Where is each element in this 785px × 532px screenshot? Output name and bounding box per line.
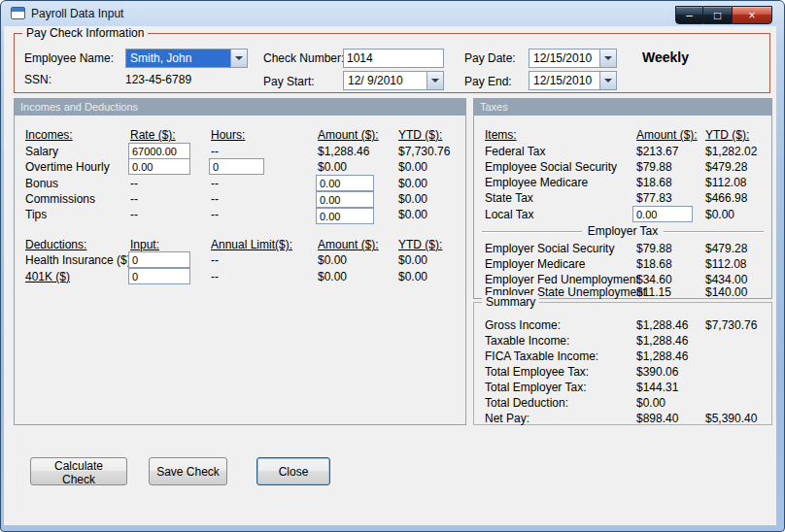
employee-name-combobox[interactable]: Smith, John [125,49,248,68]
tax-row-label: Employee Social Security [485,160,617,174]
check-number-input[interactable] [343,49,444,68]
summary-row-amount: $1,288.46 [636,349,688,363]
close-button[interactable]: Close [256,457,330,485]
employer-tax-row-label: Employer Fed Unemployment [485,273,639,286]
k401-ytd: $0.00 [398,270,427,283]
tax-row-ytd: $466.98 [705,191,747,205]
commissions-ytd: $0.00 [398,192,427,206]
incomes-col-hours: Hours: [211,128,245,142]
tax-row-amount: $77.83 [636,191,672,205]
overtime-amount: $0.00 [318,160,347,174]
health-insurance-ytd: $0.00 [398,253,427,267]
salary-ytd: $7,730.76 [398,145,450,158]
bonus-amount-input[interactable] [316,175,374,191]
local-tax-input[interactable] [632,206,693,222]
employer-tax-row-ytd: $140.00 [705,285,747,299]
app-icon[interactable] [11,7,25,19]
tips-label: Tips [25,208,47,221]
tips-ytd: $0.00 [398,208,427,221]
summary-row-label: Total Deduction: [485,396,568,410]
window-title: Payroll Data Input [31,7,123,20]
employer-tax-row-label: Employer Medicare [485,257,585,271]
summary-row-label: FICA Taxable Income: [485,349,598,363]
k401-link[interactable]: 401K ($) [25,270,70,283]
summary-row-amount: $898.40 [636,412,678,425]
tax-row-ytd: $1,282.02 [705,145,757,158]
tax-row-label: Employee Medicare [485,176,588,189]
titlebar[interactable]: Payroll Data Input – □ × [1,1,784,26]
pay-end-label: Pay End: [464,75,512,88]
maximize-button[interactable]: □ [703,6,732,24]
employee-name-value: Smith, John [126,50,230,67]
employer-tax-row-amount: $79.88 [636,242,672,255]
summary-row-label: Total Employee Tax: [485,365,589,379]
check-number-label: Check Number: [263,51,344,65]
k401-input[interactable] [128,268,190,284]
tax-row-amount: $213.67 [636,145,678,158]
overtime-hours-input[interactable] [209,158,264,175]
commissions-label: Commissions [25,192,95,206]
incomes-col-ytd: YTD ($): [398,128,442,142]
employee-name-dropdown-button[interactable] [230,50,247,67]
health-insurance-limit: -- [211,253,219,267]
pay-start-dropdown-button[interactable] [427,72,443,89]
salary-hours: -- [211,145,219,158]
commissions-hours: -- [211,192,219,206]
chevron-down-icon [604,56,612,60]
health-insurance-input[interactable] [128,251,190,268]
bonus-label: Bonus [25,177,58,190]
pay-start-value: 12/ 9/2010 [344,72,427,89]
summary-row-amount: $390.06 [636,365,678,379]
tax-row-amount: $79.88 [636,160,672,174]
taxes-col-amount: Amount ($): [636,128,698,142]
minimize-button[interactable]: – [675,6,703,24]
close-window-button[interactable]: × [732,6,772,24]
bonus-ytd: $0.00 [398,177,427,190]
pay-date-dropdown-button[interactable] [599,50,616,67]
salary-rate-input[interactable] [128,143,190,159]
commissions-amount-input[interactable] [316,191,374,208]
summary-row-ytd: $5,390.40 [705,412,757,425]
chevron-down-icon [431,79,439,83]
client-area: Pay Check Information Employee Name: Smi… [4,26,776,525]
summary-row-label: Net Pay: [485,412,529,425]
overtime-rate-input[interactable] [128,158,190,175]
tips-rate: -- [130,208,138,221]
deductions-col-limit: Annual Limit($): [211,238,292,251]
incomes-col-amount: Amount ($): [318,128,379,142]
pay-start-picker[interactable]: 12/ 9/2010 [343,71,444,90]
pay-frequency-label: Weekly [642,50,689,65]
tax-row-label: Local Tax [485,208,533,221]
incomes-col-name: Incomes: [25,128,73,142]
taxes-col-items: Items: [485,128,517,142]
summary-row-amount: $0.00 [636,396,666,410]
divider-line [664,231,764,232]
commissions-rate: -- [130,192,138,206]
deductions-col-input: Input: [130,238,159,251]
pay-end-dropdown-button[interactable] [599,72,616,89]
incomes-col-rate: Rate ($): [130,128,176,142]
calculate-check-button[interactable]: Calculate Check [30,457,127,485]
summary-row-label: Taxable Income: [485,334,569,348]
ssn-value: 123-45-6789 [125,73,191,86]
employer-tax-row-ytd: $112.08 [705,257,747,271]
pay-date-picker[interactable]: 12/15/2010 [529,49,617,68]
pay-end-picker[interactable]: 12/15/2010 [529,71,617,90]
taxes-panel: Taxes Items: Amount ($): YTD ($): Federa… [473,98,772,299]
summary-row-ytd: $7,730.76 [705,318,757,332]
employer-tax-row-ytd: $434.00 [705,273,747,286]
save-check-button[interactable]: Save Check [149,457,227,485]
taxes-col-ytd: YTD ($): [705,128,749,142]
pay-start-label: Pay Start: [263,75,315,88]
incomes-deductions-section-header: Incomes and Deductions [15,99,465,116]
tax-row-label: Federal Tax [485,145,545,158]
tips-hours: -- [211,208,219,221]
employer-tax-row-amount: $18.68 [636,257,672,271]
tax-row-label: State Tax [485,191,533,205]
chevron-down-icon [604,79,612,83]
incomes-deductions-panel: Incomes and Deductions Incomes: Rate ($)… [14,98,466,425]
tax-row-ytd: $479.28 [705,160,747,174]
overtime-label: Overtime Hourly [25,160,110,174]
tips-amount-input[interactable] [316,208,374,224]
bonus-hours: -- [211,177,219,190]
